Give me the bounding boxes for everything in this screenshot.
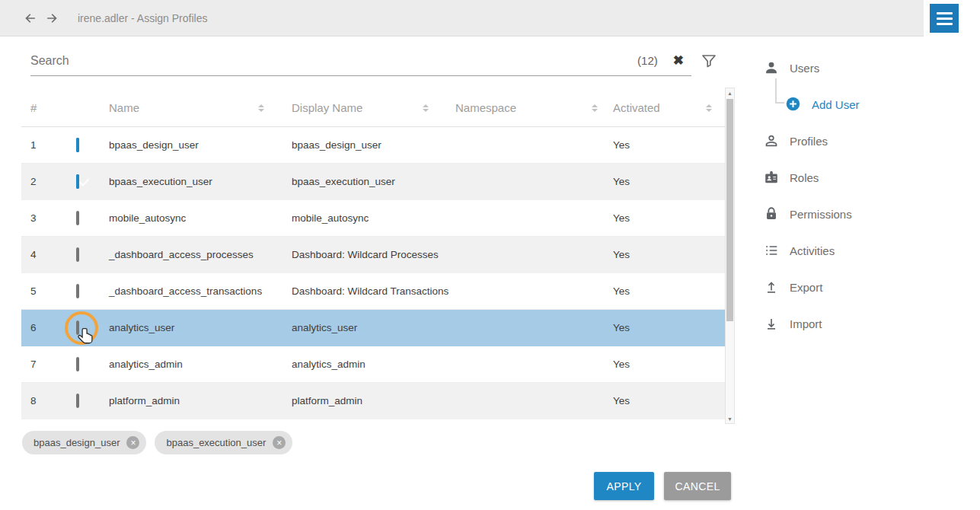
sidebar-item-label: Export [790, 281, 822, 294]
table-row[interactable]: 8 platform_admin platform_admin Yes [21, 383, 725, 419]
person-outline-icon [763, 132, 780, 149]
plus-icon [785, 96, 802, 113]
cancel-button[interactable]: CANCEL [664, 472, 731, 500]
sidebar-item-label: Permissions [790, 208, 852, 221]
search-input[interactable] [30, 54, 637, 68]
hamburger-menu-button[interactable] [930, 4, 959, 33]
row-checkbox[interactable] [76, 247, 79, 262]
row-checkbox[interactable] [76, 284, 79, 298]
row-activated: Yes [613, 212, 725, 224]
row-num: 8 [21, 395, 76, 406]
row-display-name: mobile_autosync [292, 212, 455, 224]
row-checkbox[interactable] [76, 357, 79, 371]
sidebar-item-import[interactable]: Import [763, 305, 822, 342]
sort-icon[interactable] [592, 104, 598, 112]
chip-label: bpaas_execution_user [166, 437, 266, 448]
clear-search-icon[interactable]: ✖ [673, 53, 684, 69]
row-activated: Yes [613, 139, 725, 151]
import-icon [763, 315, 780, 332]
sort-icon[interactable] [706, 104, 712, 112]
scroll-up-icon[interactable]: ▲ [726, 88, 734, 97]
table-row[interactable]: 2 bpaas_execution_user bpaas_execution_u… [21, 164, 725, 200]
row-name: mobile_autosync [109, 212, 292, 224]
table-row[interactable]: 4 _dashboard_access_processes Dashboard:… [21, 237, 725, 273]
row-display-name: platform_admin [292, 395, 455, 406]
chip: bpaas_design_user × [22, 431, 146, 454]
row-checkbox[interactable] [76, 394, 79, 408]
table-body: 1 bpaas_design_user bpaas_design_user Ye… [21, 127, 725, 419]
row-num: 7 [21, 359, 76, 370]
row-checkbox[interactable] [76, 138, 79, 152]
sidebar-item-export[interactable]: Export [763, 269, 822, 305]
row-name: bpaas_design_user [109, 139, 292, 151]
apply-button[interactable]: APPLY [594, 472, 654, 500]
top-header-bar: irene.adler - Assign Profiles [0, 0, 924, 37]
filter-icon[interactable] [700, 52, 718, 70]
row-activated: Yes [613, 249, 725, 260]
user-icon [763, 59, 780, 76]
row-num: 3 [21, 212, 76, 224]
column-header-checkbox [76, 89, 109, 126]
row-num: 1 [21, 139, 76, 151]
row-num: 6 [21, 322, 76, 333]
sidebar-item-label: Import [790, 317, 822, 330]
sidebar-item-label: Profiles [790, 135, 828, 148]
sidebar-item-label: Activities [790, 244, 835, 257]
column-header-namespace[interactable]: Namespace [455, 89, 613, 126]
chip: bpaas_execution_user × [155, 431, 292, 454]
export-icon [763, 279, 780, 295]
sort-icon[interactable] [258, 104, 264, 112]
row-display-name: Dashboard: Wildcard Transactions [292, 285, 455, 297]
row-checkbox[interactable] [76, 320, 79, 335]
badge-icon [763, 169, 780, 186]
column-header-display-name[interactable]: Display Name [292, 89, 455, 126]
row-activated: Yes [613, 285, 725, 297]
table-row[interactable]: 6 analytics_user analytics_user Yes [21, 310, 725, 346]
row-display-name: analytics_admin [292, 359, 455, 370]
row-name: analytics_user [109, 322, 292, 333]
hamburger-icon [937, 12, 953, 14]
row-activated: Yes [613, 395, 725, 406]
sort-icon[interactable] [423, 104, 429, 112]
table-row[interactable]: 7 analytics_admin analytics_admin Yes [21, 346, 725, 383]
row-num: 5 [21, 285, 76, 297]
sidebar-item-label: Users [790, 62, 819, 75]
row-checkbox[interactable] [76, 211, 79, 225]
back-arrow-icon[interactable] [21, 9, 40, 27]
row-activated: Yes [613, 322, 725, 333]
row-num: 4 [21, 249, 76, 260]
row-name: _dashboard_access_transactions [109, 285, 292, 297]
sidebar-item-roles[interactable]: Roles [763, 159, 819, 196]
column-header-activated[interactable]: Activated [613, 89, 725, 126]
table-row[interactable]: 5 _dashboard_access_transactions Dashboa… [21, 273, 725, 310]
chip-remove-icon[interactable]: × [273, 436, 286, 449]
row-num: 2 [21, 176, 76, 187]
row-name: bpaas_execution_user [109, 176, 292, 187]
scroll-down-icon[interactable]: ▼ [726, 414, 734, 423]
table-row[interactable]: 3 mobile_autosync mobile_autosync Yes [21, 200, 725, 237]
column-header-name[interactable]: Name [109, 89, 292, 126]
sidebar-item-label: Add User [812, 98, 860, 111]
row-name: analytics_admin [109, 359, 292, 370]
row-display-name: analytics_user [292, 322, 455, 333]
chip-remove-icon[interactable]: × [126, 436, 139, 449]
sidebar-item-profiles[interactable]: Profiles [763, 123, 828, 159]
forward-arrow-icon[interactable] [43, 9, 61, 27]
sidebar-item-permissions[interactable]: Permissions [763, 196, 852, 232]
profiles-table: # Name Display Name Namespace Activated [21, 89, 725, 419]
scrollbar-thumb[interactable] [726, 99, 733, 321]
table-scrollbar[interactable]: ▲ ▼ [725, 88, 735, 424]
column-header-num: # [21, 89, 76, 126]
table-row[interactable]: 1 bpaas_design_user bpaas_design_user Ye… [21, 127, 725, 164]
selected-profile-chips: bpaas_design_user × bpaas_execution_user… [22, 431, 292, 454]
row-name: platform_admin [109, 395, 292, 406]
assign-profiles-screen: irene.adler - Assign Profiles (12) ✖ # N… [0, 0, 980, 510]
chip-label: bpaas_design_user [34, 437, 120, 448]
row-checkbox[interactable] [76, 174, 79, 189]
sidebar-item-activities[interactable]: Activities [763, 232, 835, 269]
sidebar-item-add-user[interactable]: Add User [785, 86, 860, 123]
table-header-row: # Name Display Name Namespace Activated [21, 89, 725, 127]
row-name: _dashboard_access_processes [109, 249, 292, 260]
sidebar-item-users[interactable]: Users [763, 49, 819, 86]
row-activated: Yes [613, 176, 725, 187]
